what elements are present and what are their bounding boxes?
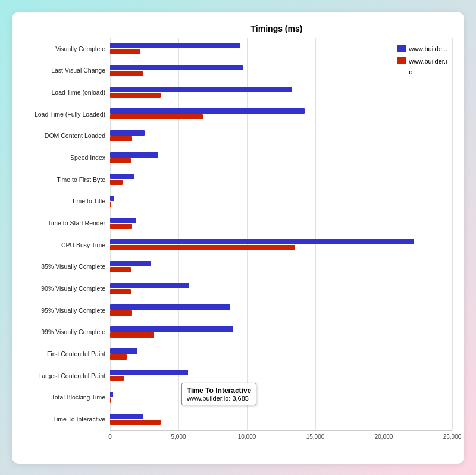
bar-red: [110, 180, 123, 185]
bar-row: [110, 81, 452, 103]
y-label: Visually Complete: [18, 38, 110, 60]
bar-wrap-red: [110, 332, 452, 338]
bar-red: [110, 49, 140, 54]
bar-wrap-blue: [110, 87, 452, 92]
bar-wrap-blue: [110, 370, 452, 375]
bar-red: [110, 420, 161, 425]
y-labels: Visually CompleteLast Visual ChangeLoad …: [18, 38, 110, 448]
legend-item-blue: www.builde...: [397, 44, 447, 55]
x-tick: 25,000: [443, 433, 462, 440]
bar-blue: [110, 261, 151, 266]
legend-label-blue: www.builde...: [409, 44, 447, 55]
bar-blue: [110, 152, 158, 158]
bar-blue: [110, 326, 233, 332]
bar-wrap-blue: [110, 130, 452, 136]
y-label: 99% Visually Complete: [18, 321, 110, 343]
bar-wrap-blue: [110, 196, 452, 201]
bar-red: [110, 332, 154, 338]
y-label: Load Time (onload): [18, 81, 110, 103]
bar-blue: [110, 43, 240, 48]
bar-blue: [110, 392, 113, 397]
bar-wrap-red: [110, 267, 452, 272]
bar-red: [110, 114, 203, 119]
bar-blue: [110, 218, 136, 223]
legend: www.builde... www.builder.i o: [397, 44, 447, 80]
y-label: 90% Visually Complete: [18, 278, 110, 300]
bar-wrap-red: [110, 398, 452, 403]
y-label: CPU Busy Time: [18, 234, 110, 256]
bar-wrap-blue: [110, 174, 452, 179]
bar-wrap-blue: [110, 283, 452, 288]
bar-blue: [110, 196, 114, 201]
bar-row: [110, 212, 452, 234]
bar-wrap-red: [110, 202, 452, 207]
bar-blue: [110, 239, 414, 244]
legend-color-red: [397, 57, 406, 64]
y-label: First Contentful Paint: [18, 343, 110, 365]
y-label: Time to First Byte: [18, 169, 110, 191]
bar-wrap-blue: [110, 348, 452, 354]
y-label: Total Blocking Time: [18, 386, 110, 408]
bar-wrap-red: [110, 158, 452, 163]
y-label: DOM Content Loaded: [18, 125, 110, 147]
y-label: 85% Visually Complete: [18, 256, 110, 278]
bar-blue: [110, 130, 145, 136]
y-label: Load Time (Fully Loaded): [18, 103, 110, 125]
bar-red: [110, 136, 132, 141]
bar-wrap-blue: [110, 152, 452, 158]
bar-red: [110, 376, 124, 381]
bar-row: [110, 278, 452, 300]
chart-container: Timings (ms) Visually CompleteLast Visua…: [12, 12, 464, 464]
y-label: Last Visual Change: [18, 59, 110, 81]
bar-blue: [110, 65, 243, 70]
bar-wrap-red: [110, 376, 452, 381]
bar-row: [110, 169, 452, 191]
bar-red: [110, 245, 295, 250]
bar-red: [110, 202, 111, 207]
x-tick: 0: [108, 433, 112, 440]
tooltip-title: Time To Interactive: [187, 386, 251, 395]
bar-wrap-blue: [110, 414, 452, 419]
legend-item-red: www.builder.i o: [397, 56, 447, 77]
bar-row: [110, 125, 452, 147]
legend-color-blue: [397, 45, 406, 52]
bars-area: Time To Interactive www.builder.io: 3,68…: [110, 38, 452, 430]
bar-red: [110, 224, 132, 229]
chart-title: Timings (ms): [101, 24, 452, 33]
x-tick: 10,000: [238, 433, 256, 440]
bar-row: [110, 234, 452, 256]
bar-row: [110, 321, 452, 343]
bar-wrap-red: [110, 289, 452, 294]
bar-blue: [110, 348, 137, 354]
bar-blue: [110, 174, 134, 179]
y-label: 95% Visually Complete: [18, 300, 110, 322]
y-label: Time to Title: [18, 190, 110, 212]
bar-row: [110, 365, 452, 387]
bar-row: [110, 190, 452, 212]
bar-wrap-blue: [110, 108, 452, 114]
y-label: Speed Index: [18, 147, 110, 169]
y-label: Time to Start Render: [18, 212, 110, 234]
bar-wrap-blue: [110, 392, 452, 397]
chart-body: Visually CompleteLast Visual ChangeLoad …: [18, 38, 452, 448]
bar-wrap-red: [110, 310, 452, 316]
tooltip-value: www.builder.io: 3,685: [187, 395, 251, 402]
bar-blue: [110, 87, 292, 92]
x-tick: 5,000: [171, 433, 186, 440]
bar-red: [110, 93, 161, 98]
bar-wrap-blue: [110, 239, 452, 244]
chart-area: Time To Interactive www.builder.io: 3,68…: [110, 38, 452, 448]
bar-wrap-red: [110, 114, 452, 119]
bar-wrap-blue: [110, 261, 452, 266]
bar-row: [110, 103, 452, 125]
y-label: Largest Contentful Paint: [18, 365, 110, 387]
bar-wrap-red: [110, 93, 452, 98]
bar-red: [110, 158, 131, 163]
bar-row: [110, 147, 452, 169]
bar-red: [110, 71, 143, 76]
legend-label-red: www.builder.i o: [409, 56, 447, 77]
bar-wrap-red: [110, 420, 452, 425]
bar-wrap-blue: [110, 218, 452, 223]
bar-row: [110, 300, 452, 322]
bar-row: [110, 386, 452, 408]
